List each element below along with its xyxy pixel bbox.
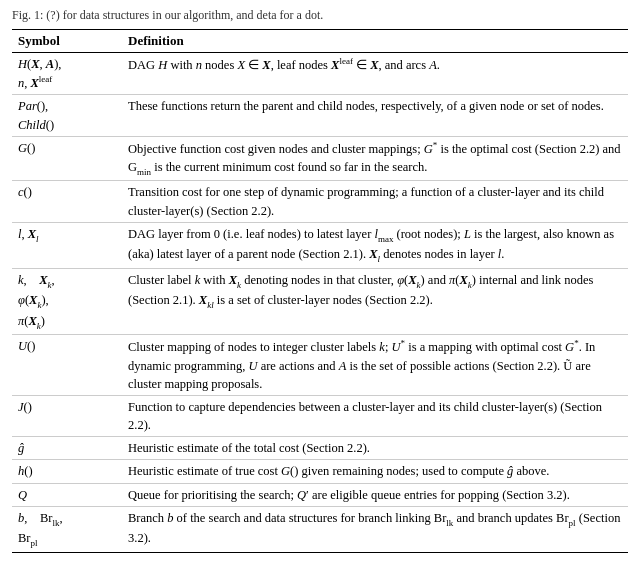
definition-cell: Transition cost for one step of dynamic … bbox=[122, 181, 628, 222]
symbol-cell: k, Xk,φ(Xk),π(Xk) bbox=[12, 268, 122, 335]
symbol-cell: b, Brlk,Brpl bbox=[12, 506, 122, 552]
table-row: ĝHeuristic estimate of the total cost (S… bbox=[12, 437, 628, 460]
table-row: H(X, A),n, XleafDAG H with n nodes X ∈ X… bbox=[12, 53, 628, 95]
table-row: G()Objective function cost given nodes a… bbox=[12, 136, 628, 181]
table-row: c()Transition cost for one step of dynam… bbox=[12, 181, 628, 222]
definition-cell: Heuristic estimate of true cost G() give… bbox=[122, 460, 628, 483]
table-caption: Fig. 1: (?) for data structures in our a… bbox=[12, 8, 628, 23]
table-row: Par(),Child()These functions return the … bbox=[12, 95, 628, 136]
table-row: U()Cluster mapping of nodes to integer c… bbox=[12, 335, 628, 396]
symbol-cell: G() bbox=[12, 136, 122, 181]
symbol-cell: Q bbox=[12, 483, 122, 506]
col-header-definition: Definition bbox=[122, 30, 628, 53]
col-header-symbol: Symbol bbox=[12, 30, 122, 53]
definition-cell: DAG H with n nodes X ∈ X, leaf nodes Xle… bbox=[122, 53, 628, 95]
table-row: b, Brlk,BrplBranch b of the search and d… bbox=[12, 506, 628, 552]
symbol-cell: U() bbox=[12, 335, 122, 396]
symbol-cell: H(X, A),n, Xleaf bbox=[12, 53, 122, 95]
symbol-cell: c() bbox=[12, 181, 122, 222]
definition-cell: Heuristic estimate of the total cost (Se… bbox=[122, 437, 628, 460]
table-row: QQueue for prioritising the search; Q′ a… bbox=[12, 483, 628, 506]
symbol-cell: ĝ bbox=[12, 437, 122, 460]
definition-cell: Cluster mapping of nodes to integer clus… bbox=[122, 335, 628, 396]
symbol-table: Symbol Definition H(X, A),n, XleafDAG H … bbox=[12, 29, 628, 553]
symbol-cell: l, Xl bbox=[12, 222, 122, 268]
table-row: J()Function to capture dependencies betw… bbox=[12, 396, 628, 437]
symbol-cell: J() bbox=[12, 396, 122, 437]
table-row: k, Xk,φ(Xk),π(Xk)Cluster label k with Xk… bbox=[12, 268, 628, 335]
definition-cell: Function to capture dependencies between… bbox=[122, 396, 628, 437]
symbol-cell: Par(),Child() bbox=[12, 95, 122, 136]
symbol-cell: h() bbox=[12, 460, 122, 483]
definition-cell: Cluster label k with Xk denoting nodes i… bbox=[122, 268, 628, 335]
table-row: h()Heuristic estimate of true cost G() g… bbox=[12, 460, 628, 483]
definition-cell: DAG layer from 0 (i.e. leaf nodes) to la… bbox=[122, 222, 628, 268]
table-row: l, XlDAG layer from 0 (i.e. leaf nodes) … bbox=[12, 222, 628, 268]
definition-cell: Objective function cost given nodes and … bbox=[122, 136, 628, 181]
definition-cell: These functions return the parent and ch… bbox=[122, 95, 628, 136]
definition-cell: Branch b of the search and data structur… bbox=[122, 506, 628, 552]
definition-cell: Queue for prioritising the search; Q′ ar… bbox=[122, 483, 628, 506]
